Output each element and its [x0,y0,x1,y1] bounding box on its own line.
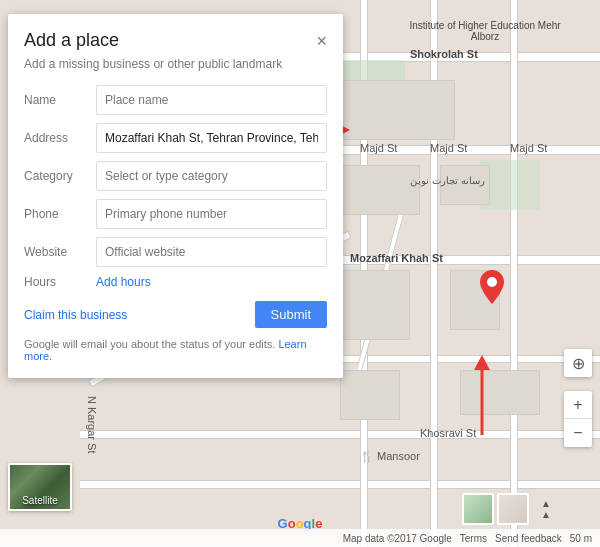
map-pin [480,270,504,307]
hours-row: Hours Add hours [24,275,327,289]
mozaffari-street-label: Mozaffari Khah St [350,252,443,264]
claim-submit-row: Claim this business Submit [24,301,327,328]
poi-rasane: رسانه تجارت نوین [410,175,485,186]
name-label: Name [24,93,96,107]
majd-street-label2: Majd St [430,142,467,154]
terms-link[interactable]: Terms [460,533,487,544]
add-place-dialog: Add a place × Add a missing business or … [8,14,343,378]
add-hours-link[interactable]: Add hours [96,275,151,289]
dialog-subtitle: Add a missing business or other public l… [24,57,327,71]
send-feedback-link[interactable]: Send feedback [495,533,562,544]
satellite-thumbnail[interactable]: Satellite [8,463,72,511]
phone-input[interactable] [96,199,327,229]
footer-message: Google will email you about the status o… [24,338,275,350]
zoom-controls[interactable]: + − [564,391,592,447]
submit-button[interactable]: Submit [255,301,327,328]
zoom-in-button[interactable]: + [564,391,592,419]
footer-text: Google will email you about the status o… [24,338,327,362]
satellite-label: Satellite [22,495,58,509]
website-input[interactable] [96,237,327,267]
category-input[interactable] [96,161,327,191]
locate-control[interactable]: ⊕ [564,349,592,377]
phone-row: Phone [24,199,327,229]
pin-arrow [470,355,494,435]
zoom-out-button[interactable]: − [564,419,592,447]
name-row: Name [24,85,327,115]
hours-label: Hours [24,275,96,289]
svg-marker-4 [474,355,490,370]
claim-business-link[interactable]: Claim this business [24,308,127,322]
name-input[interactable] [96,85,327,115]
layer-thumb-2[interactable] [497,493,529,525]
scale-label: 50 m [570,533,592,544]
map-data-label: Map data ©2017 Google [343,533,452,544]
website-label: Website [24,245,96,259]
shokrolah-street-label: Shokrolah St [410,48,478,60]
category-row: Category [24,161,327,191]
category-label: Category [24,169,96,183]
address-label: Address [24,131,96,145]
dialog-header: Add a place × [24,30,327,51]
poi-mansoor: 🍴 Mansoor [360,450,420,463]
address-row: Address [24,123,327,153]
phone-label: Phone [24,207,96,221]
nkargar-street-label: N Kargar St [86,396,98,453]
layer-thumb-1[interactable] [462,493,494,525]
expand-layers-button[interactable]: ▲ ▲ [532,493,560,525]
map-footer: Map data ©2017 Google Terms Send feedbac… [0,529,600,547]
address-input[interactable] [96,123,327,153]
majd-street-label1: Majd St [360,142,397,154]
svg-point-0 [487,277,497,287]
majd-street-label3: Majd St [510,142,547,154]
website-row: Website [24,237,327,267]
khosravi-street-label: Khosravi St [420,427,476,439]
institution-label: Institute of Higher Education Mehr Albor… [400,20,570,42]
dialog-title: Add a place [24,30,119,51]
close-button[interactable]: × [316,32,327,50]
locate-button[interactable]: ⊕ [564,349,592,377]
